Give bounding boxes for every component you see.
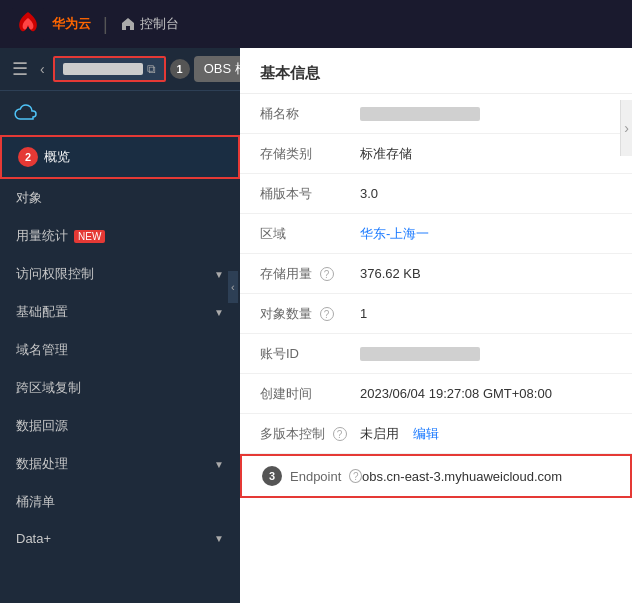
- sidebar-item-label-overview: 概览: [44, 148, 70, 166]
- info-row-endpoint: 3 Endpoint ? obs.cn-east-3.myhuaweicloud…: [240, 454, 632, 498]
- value-region: 华东-上海一: [360, 225, 612, 243]
- sidebar-item-objects[interactable]: 对象: [0, 179, 240, 217]
- info-row-storage-type: 存储类别 标准存储: [240, 134, 632, 174]
- help-icon-endpoint[interactable]: ?: [349, 469, 362, 483]
- sidebar-item-domain[interactable]: 域名管理: [0, 331, 240, 369]
- help-icon-versioning[interactable]: ?: [333, 427, 347, 441]
- arrow-icon-4: ▼: [214, 533, 224, 544]
- cloud-icon: [14, 101, 38, 125]
- info-row-account-id: 账号ID: [240, 334, 632, 374]
- value-storage-type: 标准存储: [360, 145, 612, 163]
- badge-2: 2: [18, 147, 38, 167]
- badge-1: 1: [170, 59, 190, 79]
- content-area: 基本信息 桶名称 存储类别 标准存储 桶版本号 3.0 区域: [240, 48, 632, 603]
- cloud-icon-row: [0, 91, 240, 135]
- top-navigation: 华为云 | 控制台: [0, 0, 632, 48]
- label-account-id: 账号ID: [260, 345, 360, 363]
- sidebar-item-overview[interactable]: 2 概览: [0, 135, 240, 179]
- section-title: 基本信息: [240, 48, 632, 94]
- sidebar-item-label-data-processing: 数据处理: [16, 455, 68, 473]
- info-row-storage-usage: 存储用量 ? 376.62 KB: [240, 254, 632, 294]
- label-create-time: 创建时间: [260, 385, 360, 403]
- label-region: 区域: [260, 225, 360, 243]
- sidebar-header: ☰ ‹ ⧉ 1 OBS 桶: [0, 48, 240, 91]
- value-endpoint: obs.cn-east-3.myhuaweicloud.com: [362, 469, 610, 484]
- copy-icon[interactable]: ⧉: [147, 62, 156, 76]
- info-row-create-time: 创建时间 2023/06/04 19:27:08 GMT+08:00: [240, 374, 632, 414]
- bucket-name-box[interactable]: ⧉: [53, 56, 166, 82]
- sidebar-item-cross-region[interactable]: 跨区域复制: [0, 369, 240, 407]
- bucket-name-blurred: [63, 63, 143, 75]
- label-storage-type: 存储类别: [260, 145, 360, 163]
- sidebar-item-label-basic-config: 基础配置: [16, 303, 68, 321]
- arrow-icon: ▼: [214, 269, 224, 280]
- sidebar-item-label-cross-region: 跨区域复制: [16, 379, 81, 397]
- arrow-icon-2: ▼: [214, 307, 224, 318]
- label-object-count: 对象数量 ?: [260, 305, 360, 323]
- nav-divider: |: [103, 14, 108, 35]
- sidebar: ☰ ‹ ⧉ 1 OBS 桶 2 概览: [0, 48, 240, 603]
- sidebar-item-bucket-inventory[interactable]: 桶清单: [0, 483, 240, 521]
- sidebar-item-label-access: 访问权限控制: [16, 265, 94, 283]
- console-link[interactable]: 控制台: [120, 15, 179, 33]
- sidebar-item-label-bucket-inventory: 桶清单: [16, 493, 55, 511]
- info-row-versioning: 多版本控制 ? 未启用 编辑: [240, 414, 632, 454]
- info-row-region: 区域 华东-上海一: [240, 214, 632, 254]
- label-bucket-version: 桶版本号: [260, 185, 360, 203]
- edit-versioning-link[interactable]: 编辑: [413, 426, 439, 441]
- sidebar-item-label-data-plus: Data+: [16, 531, 51, 546]
- value-account-id: [360, 346, 612, 362]
- value-bucket-name: [360, 106, 612, 122]
- info-row-bucket-version: 桶版本号 3.0: [240, 174, 632, 214]
- value-create-time: 2023/06/04 19:27:08 GMT+08:00: [360, 386, 612, 401]
- value-bucket-version: 3.0: [360, 186, 612, 201]
- sidebar-item-label-objects: 对象: [16, 189, 42, 207]
- sidebar-collapse-button[interactable]: ‹: [228, 271, 238, 303]
- huawei-logo: [12, 8, 44, 40]
- help-icon-count[interactable]: ?: [320, 307, 334, 321]
- sidebar-menu: 2 概览 对象 用量统计 NEW 访问权限控制 ▼ 基础配置 ▼: [0, 135, 240, 603]
- sidebar-item-label-domain: 域名管理: [16, 341, 68, 359]
- right-panel-arrow[interactable]: ›: [620, 100, 632, 156]
- sidebar-item-basic-config[interactable]: 基础配置 ▼: [0, 293, 240, 331]
- logo-text: 华为云: [52, 15, 91, 33]
- value-versioning: 未启用 编辑: [360, 425, 612, 443]
- value-storage-usage: 376.62 KB: [360, 266, 612, 281]
- sidebar-item-access[interactable]: 访问权限控制 ▼: [0, 255, 240, 293]
- sidebar-item-label-data-origin: 数据回源: [16, 417, 68, 435]
- main-layout: ☰ ‹ ⧉ 1 OBS 桶 2 概览: [0, 48, 632, 603]
- blurred-account-id: [360, 347, 480, 361]
- menu-toggle-button[interactable]: ☰: [8, 56, 32, 82]
- help-icon-storage[interactable]: ?: [320, 267, 334, 281]
- label-bucket-name: 桶名称: [260, 105, 360, 123]
- sidebar-item-usage[interactable]: 用量统计 NEW: [0, 217, 240, 255]
- console-link-text: 控制台: [140, 15, 179, 33]
- info-row-object-count: 对象数量 ? 1: [240, 294, 632, 334]
- blurred-value: [360, 107, 480, 121]
- badge-3: 3: [262, 466, 282, 486]
- sidebar-item-label-usage: 用量统计: [16, 227, 68, 245]
- logo-area: 华为云: [12, 8, 91, 40]
- label-storage-usage: 存储用量 ?: [260, 265, 360, 283]
- value-object-count: 1: [360, 306, 612, 321]
- info-row-bucket-name: 桶名称: [240, 94, 632, 134]
- info-table: 桶名称 存储类别 标准存储 桶版本号 3.0 区域 华东-上海一: [240, 94, 632, 498]
- sidebar-item-data-processing[interactable]: 数据处理 ▼: [0, 445, 240, 483]
- new-badge: NEW: [74, 230, 105, 243]
- sidebar-item-data-plus[interactable]: Data+ ▼: [0, 521, 240, 556]
- sidebar-item-data-origin[interactable]: 数据回源: [0, 407, 240, 445]
- home-icon: [120, 16, 136, 32]
- arrow-icon-3: ▼: [214, 459, 224, 470]
- label-versioning: 多版本控制 ?: [260, 425, 360, 443]
- label-endpoint: 3 Endpoint ?: [262, 466, 362, 486]
- back-button[interactable]: ‹: [36, 59, 49, 79]
